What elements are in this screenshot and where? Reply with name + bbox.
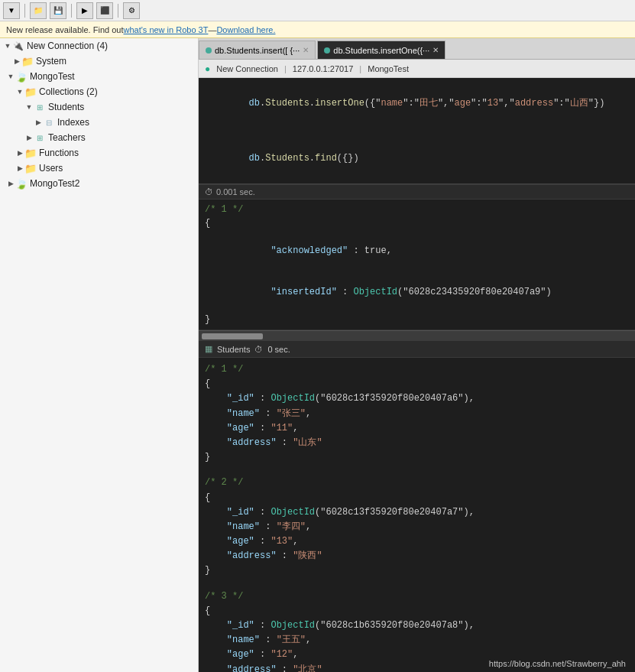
record-2: /* 2 */ { "_id" : ObjectId("6028c13f3592… <box>199 471 635 584</box>
indexes-icon: ⊟ <box>43 116 55 128</box>
expand-arrow-collections: ▼ <box>15 88 24 96</box>
system-label: System <box>36 56 66 67</box>
sidebar-item-mongotest2[interactable]: ▶ 🍃 MongoTest2 <box>0 176 198 191</box>
expand-arrow-indexes: ▶ <box>34 118 43 126</box>
whats-new-link[interactable]: what's new in Robo 3T <box>123 25 208 34</box>
sidebar-item-connection[interactable]: ▼ 🔌 New Connection (4) <box>0 38 198 54</box>
conn-sep: | <box>284 64 287 73</box>
right-panel: db.Students.insert([ {··· ✕ db.Students.… <box>199 38 635 672</box>
sidebar: ▼ 🔌 New Connection (4) ▶ 📁 System ▼ 🍃 Mo… <box>0 38 199 672</box>
record1-age: "age" : "11", <box>205 421 629 436</box>
record-1: /* 1 */ { "_id" : ObjectId("6028c13f3592… <box>199 358 635 471</box>
record1-open: { <box>205 377 629 391</box>
conn-host: 127.0.0.1:27017 <box>293 64 354 73</box>
record2-comment: /* 2 */ <box>205 476 629 490</box>
clock-icon-2: ⏱ <box>254 345 263 354</box>
conn-sep2: | <box>359 64 361 73</box>
students-label: Students <box>48 102 84 112</box>
run-button[interactable]: ▶ <box>76 2 93 19</box>
result-section: /* 1 */ { "_id" : ObjectId("6028c13f3592… <box>199 358 635 672</box>
sidebar-item-functions[interactable]: ▶ 📁 Functions <box>0 145 198 161</box>
settings-button[interactable]: ⚙ <box>123 2 140 19</box>
time-value-1: 0.001 sec. <box>216 187 255 196</box>
update-text: New release available. Find out <box>6 25 123 34</box>
editor-area[interactable]: db.Students.insertOne({"name":"田七","age"… <box>199 78 635 184</box>
functions-label: Functions <box>39 148 79 158</box>
folder-icon-users: 📁 <box>24 162 37 174</box>
record2-age: "age" : "13", <box>205 534 629 549</box>
expand-arrow-mongotest: ▼ <box>6 73 15 80</box>
sidebar-item-indexes[interactable]: ▶ ⊟ Indexes <box>0 115 198 130</box>
result2-collection-label: Students <box>217 345 250 354</box>
main-layout: ▼ 🔌 New Connection (4) ▶ 📁 System ▼ 🍃 Mo… <box>0 38 635 672</box>
result-header-2: ▦ Students ⏱ 0 sec. <box>199 341 635 358</box>
stop-button[interactable]: ⬛ <box>96 2 113 19</box>
expand-arrow-functions: ▶ <box>15 149 24 157</box>
expand-arrow-connection: ▼ <box>3 42 12 50</box>
tab-insert-array[interactable]: db.Students.insert([ {··· ✕ <box>199 41 316 59</box>
separator-2 <box>71 4 72 18</box>
tab-insert-one[interactable]: db.Students.insertOne({··· ✕ <box>317 41 445 59</box>
record2-id: "_id" : ObjectId("6028c13f35920f80e20407… <box>205 505 629 520</box>
connection-label: New Connection (4) <box>27 41 108 51</box>
hscroll-bar[interactable] <box>199 330 635 341</box>
connection-icon: 🔌 <box>12 40 24 52</box>
record2-name: "name" : "李四", <box>205 520 629 534</box>
sidebar-item-students[interactable]: ▼ ⊞ Students <box>0 99 198 115</box>
record1-comment: /* 1 */ <box>205 362 629 377</box>
result-area-1: /* 1 */ { "acknowledged" : true, "insert… <box>199 200 635 330</box>
result1-comment: /* 1 */ <box>205 203 629 216</box>
indexes-label: Indexes <box>57 117 89 128</box>
tab-dot-2 <box>324 47 330 54</box>
record3-id: "_id" : ObjectId("6028c1b635920f80e20407… <box>205 618 629 633</box>
editor-line-2 <box>205 124 629 138</box>
result1-acknowledged: "acknowledged" : true, <box>205 230 629 271</box>
tabs-bar: db.Students.insert([ {··· ✕ db.Students.… <box>199 38 635 60</box>
expand-arrow-system: ▶ <box>12 57 21 65</box>
editor-line-3: db.Students.find({}) <box>205 138 629 179</box>
mongotest2-label: MongoTest2 <box>30 178 79 189</box>
editor-line-1: db.Students.insertOne({"name":"田七","age"… <box>205 83 629 124</box>
time-bar-1: ⏱ 0.001 sec. <box>199 184 635 200</box>
result1-open: { <box>205 216 629 230</box>
teachers-label: Teachers <box>48 132 86 143</box>
record1-id: "_id" : ObjectId("6028c13f35920f80e20407… <box>205 391 629 406</box>
conn-db: MongoTest <box>368 64 409 73</box>
tab-dot-1 <box>206 47 212 54</box>
folder-icon-collections: 📁 <box>24 86 37 98</box>
toolbar: ▼ 📁 💾 ▶ ⬛ ⚙ <box>0 0 635 21</box>
connection-bar: ● New Connection | 127.0.0.1:27017 | Mon… <box>199 60 635 78</box>
tab-close-2[interactable]: ✕ <box>433 46 439 54</box>
collection-icon-teachers: ⊞ <box>34 131 46 144</box>
save-button[interactable]: 💾 <box>50 2 66 19</box>
users-label: Users <box>39 163 63 174</box>
table-icon: ▦ <box>205 344 212 354</box>
conn-status-icon: ● <box>205 63 210 74</box>
conn-label: New Connection <box>216 64 278 73</box>
sidebar-item-users[interactable]: ▶ 📁 Users <box>0 161 198 176</box>
sidebar-item-system[interactable]: ▶ 📁 System <box>0 54 198 69</box>
separator-1 <box>24 4 25 18</box>
record2-open: { <box>205 491 629 505</box>
record1-close: } <box>205 450 629 465</box>
record3-comment: /* 3 */ <box>205 589 629 604</box>
open-button[interactable]: 📁 <box>30 2 47 19</box>
tab-close-1[interactable]: ✕ <box>303 46 309 54</box>
sidebar-item-mongotest[interactable]: ▼ 🍃 MongoTest <box>0 69 198 84</box>
menu-button[interactable]: ▼ <box>3 2 20 19</box>
expand-arrow-teachers: ▶ <box>24 134 34 141</box>
clock-icon-1: ⏱ <box>205 187 213 196</box>
download-link[interactable]: Download here. <box>216 25 275 34</box>
sidebar-item-teachers[interactable]: ▶ ⊞ Teachers <box>0 130 198 145</box>
hscroll-thumb[interactable] <box>202 333 263 339</box>
collection-icon-students: ⊞ <box>34 101 46 113</box>
sidebar-item-collections[interactable]: ▼ 📁 Collections (2) <box>0 84 198 99</box>
record3-name: "name" : "王五", <box>205 633 629 648</box>
dash: — <box>208 25 216 34</box>
mongotest-label: MongoTest <box>30 71 75 82</box>
expand-arrow-students: ▼ <box>24 103 34 111</box>
record3-open: { <box>205 604 629 618</box>
collections-label: Collections (2) <box>39 86 98 97</box>
update-bar: New release available. Find out what's n… <box>0 21 635 38</box>
db-icon-mongotest: 🍃 <box>15 70 28 83</box>
